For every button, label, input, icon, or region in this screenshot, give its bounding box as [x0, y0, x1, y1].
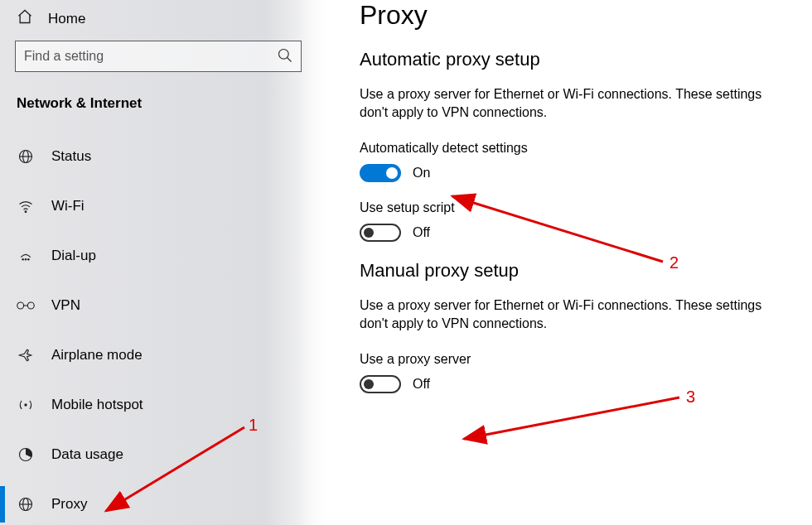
airplane-icon — [17, 347, 35, 364]
setup-script-state: Off — [413, 225, 430, 240]
sidebar-item-hotspot[interactable]: Mobile hotspot — [0, 380, 331, 430]
data-icon — [17, 446, 35, 463]
use-proxy-label: Use a proxy server — [360, 352, 787, 367]
sidebar-item-dialup[interactable]: Dial-up — [0, 231, 331, 281]
use-proxy-toggle[interactable] — [360, 375, 401, 393]
sidebar: Home Network & Internet Status Wi-Fi Dia… — [0, 0, 331, 525]
home-icon — [17, 8, 33, 29]
sidebar-item-label: VPN — [51, 297, 80, 314]
main-content: Proxy Automatic proxy setup Use a proxy … — [331, 0, 812, 525]
sidebar-item-wifi[interactable]: Wi-Fi — [0, 181, 331, 231]
auto-detect-state: On — [413, 166, 430, 181]
globe-icon — [17, 496, 35, 513]
search-input[interactable] — [15, 41, 302, 72]
sidebar-item-label: Status — [51, 148, 91, 165]
use-proxy-state: Off — [413, 377, 430, 392]
vpn-icon — [17, 299, 35, 312]
svg-point-7 — [25, 258, 27, 261]
sidebar-item-label: Mobile hotspot — [51, 397, 143, 413]
sidebar-item-vpn[interactable]: VPN — [0, 281, 331, 330]
nav-list: Status Wi-Fi Dial-up VPN Airplane mode M… — [0, 132, 331, 525]
sidebar-item-proxy[interactable]: Proxy — [0, 479, 331, 525]
svg-point-5 — [25, 211, 27, 213]
auto-description: Use a proxy server for Ethernet or Wi-Fi… — [360, 85, 787, 123]
sidebar-item-label: Data usage — [51, 446, 123, 463]
setup-script-toggle[interactable] — [360, 224, 401, 242]
annotation-1: 1 — [249, 416, 258, 435]
globe-icon — [17, 148, 35, 165]
auto-detect-toggle[interactable] — [360, 164, 401, 182]
sidebar-item-datausage[interactable]: Data usage — [0, 430, 331, 479]
search-icon — [277, 47, 293, 67]
home-label: Home — [48, 11, 85, 27]
auto-detect-label: Automatically detect settings — [360, 141, 787, 156]
hotspot-icon — [17, 397, 35, 413]
sidebar-item-label: Proxy — [51, 496, 87, 513]
annotation-3: 3 — [686, 388, 695, 407]
manual-description: Use a proxy server for Ethernet or Wi-Fi… — [360, 296, 787, 334]
svg-point-8 — [27, 258, 30, 261]
svg-point-10 — [27, 302, 34, 309]
section-auto-heading: Automatic proxy setup — [360, 49, 787, 70]
search-container — [0, 41, 331, 72]
svg-point-0 — [279, 50, 289, 60]
sidebar-item-label: Airplane mode — [51, 347, 143, 364]
sidebar-item-label: Dial-up — [51, 248, 96, 264]
svg-point-9 — [17, 302, 24, 309]
annotation-2: 2 — [669, 253, 679, 272]
page-title: Proxy — [360, 0, 787, 31]
svg-line-1 — [288, 58, 292, 62]
sidebar-item-status[interactable]: Status — [0, 132, 331, 181]
home-nav[interactable]: Home — [0, 3, 331, 41]
section-manual-heading: Manual proxy setup — [360, 260, 787, 282]
svg-point-6 — [22, 258, 24, 261]
svg-point-12 — [24, 403, 27, 406]
wifi-icon — [17, 198, 35, 214]
dialup-icon — [17, 248, 35, 264]
setup-script-label: Use setup script — [360, 200, 787, 215]
sidebar-item-label: Wi-Fi — [51, 198, 85, 214]
category-heading: Network & Internet — [0, 72, 331, 132]
sidebar-item-airplane[interactable]: Airplane mode — [0, 330, 331, 380]
